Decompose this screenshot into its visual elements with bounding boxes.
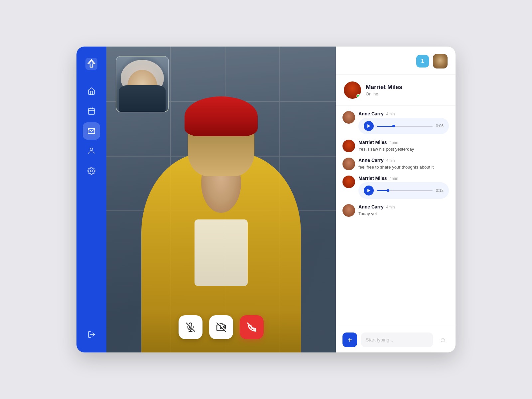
call-controls (179, 315, 264, 339)
contact-avatar (344, 81, 361, 99)
message-time: 4min (390, 140, 398, 145)
message-avatar (342, 176, 355, 188)
messages-list: Anne Carry 4min 0:06 (336, 106, 456, 327)
message-text: Today yet (358, 211, 449, 217)
sidebar (76, 47, 106, 352)
chat-header: 1 (336, 47, 456, 75)
sidebar-bottom (83, 326, 100, 343)
sidebar-item-logout[interactable] (83, 326, 100, 343)
play-button[interactable] (364, 121, 374, 131)
message-time: 4min (386, 112, 395, 116)
add-attachment-button[interactable] (342, 332, 357, 347)
message-meta: Anne Carry 4min (358, 111, 449, 116)
svg-marker-20 (367, 189, 370, 192)
app-logo[interactable] (83, 56, 99, 72)
message-item: Anne Carry 4min Today yet (342, 204, 449, 217)
message-meta: Marriet Miles 4min (358, 176, 449, 181)
camera-off-button[interactable] (209, 315, 233, 339)
play-button[interactable] (364, 186, 374, 196)
message-content: Anne Carry 4min Today yet (358, 204, 449, 217)
message-avatar-image (342, 111, 355, 124)
message-avatar (342, 140, 355, 152)
message-item: Anne Carry 4min 0:06 (342, 111, 449, 134)
message-meta: Anne Carry 4min (358, 204, 449, 209)
message-content: Marriet Miles 4min 0:12 (358, 176, 449, 199)
message-content: Anne Carry 4min 0:06 (358, 111, 449, 134)
message-content: Marriet Miles 4min Yes, I saw his post y… (358, 140, 449, 152)
message-avatar-image (342, 158, 355, 170)
message-item: Marriet Miles 4min 0:12 (342, 176, 449, 199)
audio-duration: 0:06 (436, 124, 444, 128)
message-content: Anne Carry 4min feel free to share your … (358, 158, 449, 170)
self-video-thumbnail[interactable] (116, 56, 169, 112)
sidebar-item-home[interactable] (83, 82, 100, 100)
message-sender: Anne Carry (358, 204, 383, 209)
audio-bar-fill (377, 190, 388, 191)
message-sender: Marriet Miles (358, 176, 387, 181)
message-time: 4min (386, 205, 395, 209)
message-sender: Anne Carry (358, 111, 383, 116)
contact-info: Marriet Miles Online (336, 75, 456, 106)
message-avatar-image (342, 176, 355, 188)
notification-badge[interactable]: 1 (416, 55, 429, 67)
app-container: 1 Marriet Miles Online (76, 47, 456, 352)
online-indicator (356, 94, 360, 98)
message-meta: Anne Carry 4min (358, 158, 449, 163)
message-sender: Marriet Miles (358, 140, 387, 145)
message-text: Yes, I saw his post yesterday (358, 146, 449, 152)
sidebar-item-settings[interactable] (83, 162, 100, 180)
svg-point-5 (90, 148, 93, 151)
user-avatar-header[interactable] (433, 54, 448, 68)
audio-progress-dot (392, 125, 395, 127)
video-area (106, 47, 336, 352)
emoji-button[interactable]: ☺ (437, 334, 449, 346)
audio-progress-bar[interactable] (377, 190, 433, 191)
chat-panel: 1 Marriet Miles Online (336, 47, 456, 352)
mute-button[interactable] (179, 315, 202, 339)
audio-progress-bar[interactable] (377, 126, 433, 127)
message-text: feel free to share your thoughts about i… (358, 164, 449, 170)
message-time: 4min (386, 158, 395, 163)
audio-bar-fill (377, 126, 394, 127)
end-call-button[interactable] (240, 315, 264, 339)
message-item: Anne Carry 4min feel free to share your … (342, 158, 449, 170)
sidebar-nav (83, 82, 100, 326)
contact-details: Marriet Miles Online (366, 84, 402, 96)
sidebar-item-calendar[interactable] (83, 102, 100, 120)
svg-rect-1 (88, 108, 94, 114)
message-time: 4min (390, 176, 398, 181)
chat-input-field[interactable] (361, 332, 433, 347)
audio-progress-dot (387, 189, 389, 192)
message-sender: Anne Carry (358, 158, 383, 163)
message-avatar-image (342, 204, 355, 217)
svg-point-6 (90, 170, 92, 172)
contact-name: Marriet Miles (366, 84, 402, 91)
message-item: Marriet Miles 4min Yes, I saw his post y… (342, 140, 449, 152)
audio-player: 0:06 (358, 118, 449, 134)
contact-status: Online (366, 91, 402, 96)
message-avatar-image (342, 140, 355, 152)
self-video-content (116, 57, 168, 112)
message-meta: Marriet Miles 4min (358, 140, 449, 145)
message-avatar (342, 111, 355, 124)
user-avatar-image (433, 54, 448, 68)
message-avatar (342, 204, 355, 217)
message-avatar (342, 158, 355, 170)
audio-player: 0:12 (358, 182, 449, 199)
svg-marker-19 (367, 124, 370, 128)
audio-duration: 0:12 (436, 188, 444, 193)
chat-input-area: ☺ (336, 327, 456, 352)
sidebar-item-contacts[interactable] (83, 142, 100, 160)
sidebar-item-mail[interactable] (83, 122, 100, 140)
